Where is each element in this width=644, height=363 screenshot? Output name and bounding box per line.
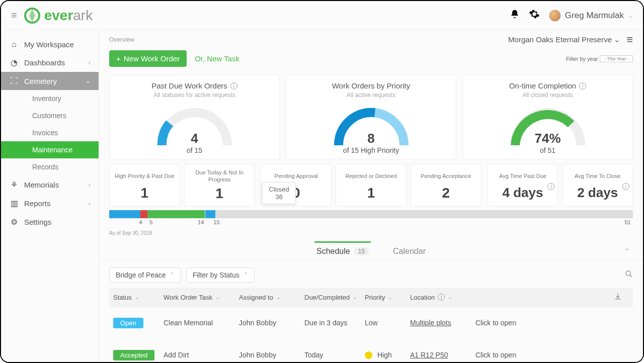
nav-reports[interactable]: ▥Reports‹ <box>1 194 99 213</box>
sort-icon: ⌄ <box>388 294 392 301</box>
panel-menu-icon[interactable]: ≡ <box>626 33 633 46</box>
stat-rejected[interactable]: Rejected or Declined1 <box>336 164 407 206</box>
location-link[interactable]: Multiple plots <box>410 319 451 327</box>
info-icon[interactable]: i <box>622 183 629 190</box>
th-label: Assigned to <box>239 294 273 301</box>
filter-by-year: Filter by year ‹ This Year › <box>566 55 633 62</box>
th-due[interactable]: Due/Completed ⌄ <box>304 294 365 301</box>
nav-customers[interactable]: Customers <box>1 107 99 124</box>
tab-schedule[interactable]: Schedule15 <box>314 241 371 260</box>
nav-records[interactable]: Records <box>1 158 99 175</box>
nav-sub-label: Records <box>32 163 58 171</box>
cell-action[interactable]: Click to open <box>475 319 614 327</box>
filter-status[interactable]: Filter by Status⌃ <box>186 267 255 283</box>
chevron-down-icon: ⌄ <box>628 12 633 19</box>
tooltip-title: Closed <box>269 186 289 193</box>
gauge-label: of 15 <box>116 146 273 154</box>
filter-label: Bridge of Peace <box>116 271 166 279</box>
topbar: ≡ everark Greg Marmulak ⌄ <box>1 1 643 30</box>
svg-line-2 <box>630 275 632 277</box>
nav-workspace[interactable]: ⌂My Workspace <box>1 35 99 53</box>
logo[interactable]: everark <box>23 7 93 25</box>
stat-label: Avg Time Past Due <box>490 169 556 183</box>
main-content: Overview Morgan Oaks Eternal Preserve ⌄ … <box>99 30 643 362</box>
year-next-icon[interactable]: › <box>626 56 629 61</box>
chevron-left-icon: ‹ <box>89 200 91 207</box>
timeline-mark: 15 <box>213 219 219 225</box>
year-prev-icon[interactable]: ‹ <box>603 56 607 61</box>
notifications-icon[interactable] <box>510 9 520 22</box>
timeline-mark: 51 <box>624 219 630 225</box>
property-selector[interactable]: Morgan Oaks Eternal Preserve ⌄ <box>508 35 620 44</box>
collapse-icon[interactable]: ⌄ <box>624 244 630 252</box>
timeline-seg-2 <box>140 210 147 218</box>
sidebar: ⌂My Workspace ◔Dashboards‹ ⛶Cemetery⌄ In… <box>1 30 99 362</box>
timeline-seg-1 <box>109 210 140 218</box>
location-link[interactable]: A1 R12 P50 <box>410 351 448 359</box>
nav-inventory[interactable]: Inventory <box>1 90 99 107</box>
th-label: Location <box>410 294 435 301</box>
stat-avg-past-due[interactable]: Avg Time Past Due4 daysi <box>488 164 558 206</box>
nav-settings[interactable]: ⚙Settings <box>1 213 99 231</box>
priority-dot-icon <box>365 351 372 359</box>
settings-icon[interactable] <box>529 9 540 22</box>
nav-sub-label: Inventory <box>32 95 61 103</box>
info-icon[interactable]: i <box>230 82 237 89</box>
filter-location[interactable]: Bridge of Peace⌃ <box>109 267 181 283</box>
timeline-seg-3 <box>147 210 205 218</box>
cell-action[interactable]: Click to open <box>475 351 614 359</box>
cell-due: Today <box>304 351 365 359</box>
stat-due-today[interactable]: Due Today & Not In Progress1 <box>184 164 255 206</box>
new-work-order-button[interactable]: +New Work Order <box>109 50 187 67</box>
th-assigned[interactable]: Assigned to ⌄ <box>239 294 304 301</box>
th-location[interactable]: Location i ⌄ <box>410 294 475 301</box>
nav-label: Reports <box>24 199 51 208</box>
nav-memorials[interactable]: ⚘Memorials‹ <box>1 175 99 194</box>
tab-calendar[interactable]: Calendar <box>391 243 428 260</box>
download-icon[interactable] <box>614 293 622 302</box>
menu-icon[interactable]: ≡ <box>11 10 17 21</box>
gauge-value: 8 <box>292 131 450 146</box>
user-menu[interactable]: Greg Marmulak ⌄ <box>549 10 633 22</box>
th-task[interactable]: Work Order Task ⌄ <box>164 294 239 301</box>
stat-high-priority-past-due[interactable]: High Priority & Past Due1 <box>109 164 180 206</box>
sort-icon: ⌄ <box>353 294 357 301</box>
stat-avg-close[interactable]: Avg Time To Close2 daysi <box>562 164 633 206</box>
cell-due: Due in 3 days <box>304 319 365 327</box>
chevron-left-icon: ‹ <box>89 182 91 189</box>
logo-text-1: ever <box>44 8 73 23</box>
th-status[interactable]: Status ⌄ <box>113 294 164 301</box>
gauge-value: 74% <box>469 131 626 146</box>
cell-assigned: John Bobby <box>239 351 304 359</box>
nav-maintenance[interactable]: Maintenance <box>1 141 99 158</box>
table-row[interactable]: AcceptedAdd DirtJohn BobbyTodayHighA1 R1… <box>109 339 633 362</box>
gauge-label: of 15 High Priority <box>292 146 450 154</box>
avatar <box>549 10 561 22</box>
sort-icon: ⌄ <box>448 294 452 301</box>
nav-invoices[interactable]: Invoices <box>1 124 99 141</box>
card-title: On-time Completion <box>509 81 576 90</box>
nav-dashboards[interactable]: ◔Dashboards‹ <box>1 53 99 72</box>
card-past-due: Past Due Work Orders i All statuses for … <box>109 75 280 159</box>
user-name: Greg Marmulak <box>565 11 624 21</box>
tabs: Schedule15 Calendar ⌄ <box>99 236 643 260</box>
stat-label: Rejected or Declined <box>338 169 404 183</box>
year-selector[interactable]: ‹ This Year › <box>600 55 633 62</box>
chevron-down-icon: ⌄ <box>614 35 620 44</box>
gear-icon: ⚙ <box>9 217 19 227</box>
filter-year-label: Filter by year <box>566 56 598 62</box>
chevron-up-icon: ⌃ <box>244 271 248 278</box>
cell-assigned: John Bobby <box>239 319 304 327</box>
new-task-link[interactable]: Or, New Task <box>195 54 239 63</box>
nav-sub-label: Maintenance <box>32 146 72 154</box>
stat-pending-acceptance[interactable]: Pending Acceptance2 <box>411 164 481 206</box>
nav-label: Dashboards <box>24 58 65 67</box>
tab-label: Calendar <box>393 247 426 256</box>
table-row[interactable]: OpenClean MemorialJohn BobbyDue in 3 day… <box>109 307 633 339</box>
status-badge: Open <box>113 318 143 328</box>
th-priority[interactable]: Priority ⌄ <box>365 294 410 301</box>
info-icon[interactable]: i <box>579 82 586 89</box>
info-icon[interactable]: i <box>438 294 445 301</box>
search-icon[interactable] <box>625 270 633 280</box>
nav-cemetery[interactable]: ⛶Cemetery⌄ <box>1 72 99 90</box>
